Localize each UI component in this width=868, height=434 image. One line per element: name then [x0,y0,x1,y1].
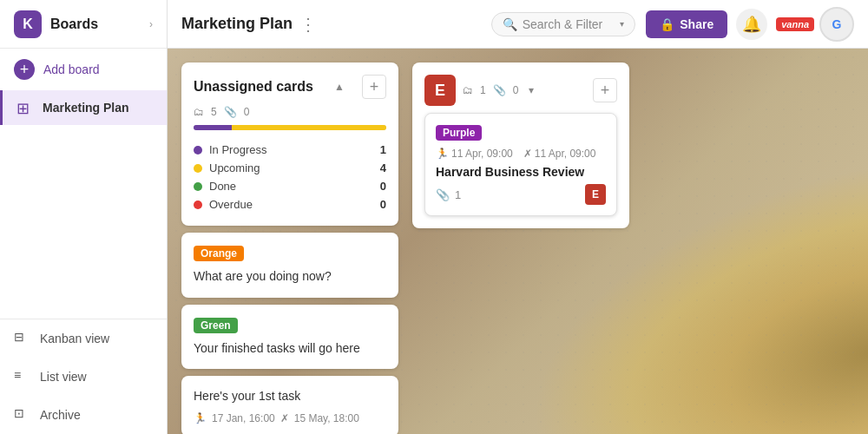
unassigned-title: Unassigned cards [194,79,313,95]
orange-tag: Orange [194,246,244,261]
share-label: Share [680,17,713,31]
sidebar-item-kanban[interactable]: ⊟ Kanban view [0,319,167,358]
upcoming-dot [194,164,202,173]
board-menu-icon[interactable]: ⋮ [299,14,317,35]
done-dot [194,182,202,191]
in-progress-dot [194,146,202,155]
green-card-text: Your finished tasks will go here [194,340,386,358]
add-board-label: Add board [43,62,100,76]
kanban-icon: ⊟ [14,330,31,347]
attach-icon: 📎 [224,106,237,118]
purple-tag: Purple [436,125,482,141]
upcoming-count: 4 [380,161,386,174]
status-overdue: Overdue 0 [194,195,386,214]
in-progress-count: 1 [380,143,386,156]
main-content: Unassigned cards ▲ + 🗂 5 📎 0 [168,49,868,434]
done-label: Done [209,180,236,193]
columns-container: Unassigned cards ▲ + 🗂 5 📎 0 [168,49,868,434]
search-chevron-icon: ▾ [620,19,624,29]
add-board-button[interactable]: + Add board [0,49,167,90]
run-icon: 🏃 [194,412,207,424]
overdue-dot [194,201,202,209]
list-icon: ≡ [14,368,31,385]
green-task-card[interactable]: Green Your finished tasks will go here [181,305,398,370]
col2-meta: 🗂 1 📎 0 ▾ [463,84,593,96]
kanban-label: Kanban view [40,332,109,345]
e-column-header-card: E 🗂 1 📎 0 ▾ + Purple 🏃 [412,62,629,228]
purple-card-title: Harvard Business Review [436,165,606,179]
col2-header: E 🗂 1 📎 0 ▾ + [424,75,617,106]
vanna-badge: vanna [776,17,814,31]
add-card-button[interactable]: + [362,75,386,99]
sidebar: K Boards › + Add board ⊞ Marketing Plan … [0,0,168,434]
search-placeholder: Search & Filter [523,17,603,31]
col2-attach-count: 0 [513,84,519,96]
archive-label: Archive [40,408,81,422]
bell-icon: 🔔 [742,15,761,34]
sidebar-header: K Boards › [0,0,167,49]
unassigned-column: Unassigned cards ▲ + 🗂 5 📎 0 [181,62,398,434]
progress-bar [194,125,386,130]
topbar: Marketing Plan ⋮ 🔍 Search & Filter ▾ 🔒 S… [168,0,868,49]
purple-task-card[interactable]: Purple 🏃 11 Apr, 09:00 ✗ 11 Apr, 09:00 H… [424,113,617,216]
end-cross-icon: ✗ [523,148,532,160]
orange-task-card[interactable]: Orange What are you doing now? [181,233,398,298]
orange-card-text: What are you doing now? [194,268,386,286]
status-upcoming: Upcoming 4 [194,159,386,177]
unassigned-header: Unassigned cards ▲ + [194,75,386,99]
sidebar-item-list[interactable]: ≡ List view [0,358,167,396]
green-tag: Green [194,318,238,333]
start-date-text: 11 Apr, 09:00 [451,148,513,160]
first-task-card[interactable]: Here's your 1st task 🏃 17 Jan, 16:00 ✗ 1… [181,376,398,434]
done-count: 0 [380,180,386,193]
start-run-icon: 🏃 [436,148,449,160]
e-avatar: E [424,75,456,106]
col2-card-count: 1 [480,84,486,96]
board-grid-icon: ⊞ [16,99,34,116]
card-icon: 🗂 [194,106,204,118]
first-task-text: Here's your 1st task [194,388,386,405]
archive-icon: ⊡ [14,406,31,424]
due-date: 15 May, 18:00 [294,412,359,424]
overdue-label: Overdue [209,198,253,211]
progress-yellow-segment [232,125,386,130]
sort-icon[interactable]: ▲ [334,81,345,93]
status-list: In Progress 1 Upcoming 4 Done 0 [194,141,386,214]
app-logo: K [14,10,42,38]
overdue-count: 0 [380,198,386,211]
attachment-icon: 📎 [436,188,450,201]
col2-chevron-icon[interactable]: ▾ [529,84,534,96]
card-dates: 🏃 11 Apr, 09:00 ✗ 11 Apr, 09:00 [436,148,606,160]
upcoming-label: Upcoming [209,161,260,174]
share-button[interactable]: 🔒 Share [646,10,727,38]
sidebar-board-label: Marketing Plan [43,101,129,115]
start-date-item: 🏃 11 Apr, 09:00 [436,148,513,160]
col2-card-icon: 🗂 [463,84,473,96]
card-count: 5 [211,106,217,118]
attachment-count: 1 [455,188,461,201]
first-task-footer: 🏃 17 Jan, 16:00 ✗ 15 May, 18:00 [194,412,386,424]
sidebar-item-archive[interactable]: ⊡ Archive [0,396,167,434]
sidebar-arrow-icon: › [149,18,153,30]
unassigned-summary-card: Unassigned cards ▲ + 🗂 5 📎 0 [181,62,398,226]
start-date: 17 Jan, 16:00 [212,412,275,424]
col2-attach-icon: 📎 [493,84,506,96]
search-filter-bar[interactable]: 🔍 Search & Filter ▾ [491,12,636,36]
col2-add-button[interactable]: + [593,78,617,102]
sidebar-bottom-nav: ⊟ Kanban view ≡ List view ⊡ Archive [0,319,167,434]
attach-count: 0 [244,106,250,118]
sidebar-item-marketing-plan[interactable]: ⊞ Marketing Plan [0,90,167,125]
plus-icon: + [14,59,35,80]
end-date-text: 11 Apr, 09:00 [535,148,596,160]
e-column: E 🗂 1 📎 0 ▾ + Purple 🏃 [412,62,629,235]
user-avatar[interactable]: G [819,7,854,42]
status-done: Done 0 [194,177,386,195]
sidebar-title: Boards [50,16,98,32]
assignee-mini-avatar: E [585,184,606,205]
progress-purple-segment [194,125,232,130]
google-logo: G [832,17,842,31]
status-in-progress: In Progress 1 [194,141,386,159]
notifications-button[interactable]: 🔔 [736,9,767,40]
card-meta: 🗂 5 📎 0 [194,106,386,118]
end-date-item: ✗ 11 Apr, 09:00 [523,148,596,160]
